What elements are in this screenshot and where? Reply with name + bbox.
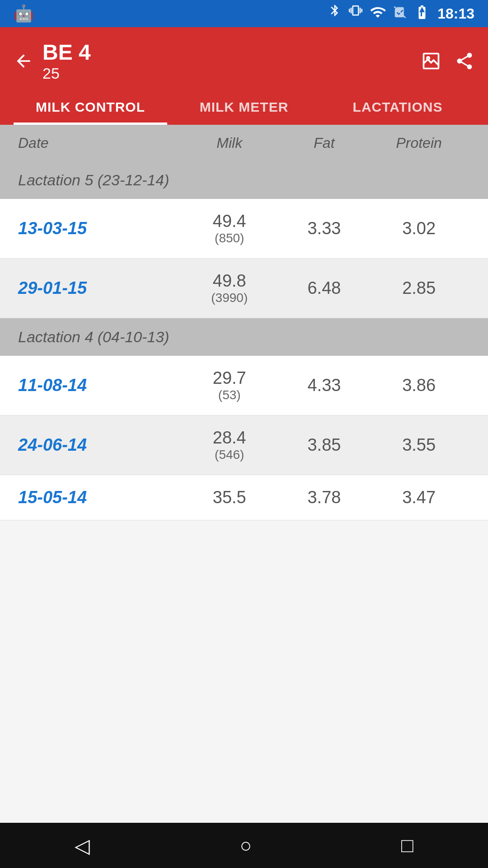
- row-fat: 6.48: [281, 278, 368, 298]
- app-title: BE 4: [42, 40, 91, 65]
- row-milk-sub: (850): [215, 231, 244, 245]
- nav-back-button[interactable]: ◁: [75, 834, 90, 857]
- row-milk-value: 28.4: [213, 428, 246, 448]
- row-protein: 3.55: [368, 435, 470, 455]
- row-fat: 3.78: [281, 488, 368, 507]
- row-milk-value: 49.8: [213, 271, 246, 291]
- col-header-milk: Milk: [178, 135, 281, 151]
- app-header: BE 4 25 MILK CONTROL MILK: [0, 27, 488, 125]
- lactation-header-text-0: Lactation 5 (23-12-14): [18, 171, 169, 189]
- lactation-header-text-1: Lactation 4 (04-10-13): [18, 328, 169, 345]
- wifi-icon: [370, 4, 386, 24]
- lactation-header-0: Lactation 5 (23-12-14): [0, 161, 488, 199]
- row-milk-sub: (53): [218, 388, 241, 402]
- vibrate-icon: [349, 4, 362, 24]
- header-left: BE 4 25: [14, 40, 91, 82]
- nosim-icon: [393, 4, 407, 24]
- status-bar-right: 18:13: [328, 4, 474, 24]
- row-milk: 28.4 (546): [178, 428, 281, 462]
- row-milk: 49.8 (3990): [178, 271, 281, 305]
- row-protein: 3.02: [368, 219, 470, 238]
- row-fat: 4.33: [281, 376, 368, 395]
- row-date: 15-05-14: [18, 488, 178, 507]
- tabs: MILK CONTROL MILK METER LACTATIONS: [14, 90, 474, 125]
- row-protein: 3.47: [368, 488, 470, 507]
- nav-recent-button[interactable]: □: [401, 834, 413, 857]
- back-button[interactable]: [14, 51, 33, 71]
- row-milk: 29.7 (53): [178, 368, 281, 402]
- row-milk-value: 49.4: [213, 212, 246, 231]
- column-headers: Date Milk Fat Protein: [0, 125, 488, 161]
- status-bar-left: 🤖: [14, 4, 34, 23]
- content-area: Lactation 5 (23-12-14) 13-03-15 49.4 (85…: [0, 161, 488, 520]
- row-date: 11-08-14: [18, 376, 178, 395]
- col-header-protein: Protein: [368, 135, 470, 151]
- table-row[interactable]: 24-06-14 28.4 (546) 3.85 3.55: [0, 415, 488, 475]
- image-button[interactable]: [421, 51, 441, 71]
- row-milk-sub: (546): [215, 448, 244, 462]
- tab-milk-meter[interactable]: MILK METER: [167, 90, 321, 125]
- row-milk-value: 29.7: [213, 368, 246, 388]
- lactation-header-1: Lactation 4 (04-10-13): [0, 318, 488, 356]
- col-header-date: Date: [18, 135, 178, 151]
- row-milk: 49.4 (850): [178, 212, 281, 245]
- table-row[interactable]: 11-08-14 29.7 (53) 4.33 3.86: [0, 356, 488, 415]
- nav-bar: ◁ ○ □: [0, 823, 488, 868]
- row-date: 13-03-15: [18, 219, 178, 238]
- table-row[interactable]: 29-01-15 49.8 (3990) 6.48 2.85: [0, 259, 488, 318]
- header-top: BE 4 25: [14, 40, 474, 82]
- app-subtitle: 25: [42, 65, 91, 82]
- row-date: 29-01-15: [18, 278, 178, 298]
- row-milk-value: 35.5: [213, 488, 246, 507]
- svg-point-2: [427, 57, 430, 59]
- tab-milk-control[interactable]: MILK CONTROL: [14, 90, 167, 125]
- row-milk: 35.5: [178, 488, 281, 507]
- row-fat: 3.33: [281, 219, 368, 238]
- bluetooth-icon: [328, 4, 342, 24]
- row-fat: 3.85: [281, 435, 368, 455]
- row-protein: 3.86: [368, 376, 470, 395]
- title-block: BE 4 25: [42, 40, 91, 82]
- row-milk-sub: (3990): [211, 291, 248, 305]
- table-row[interactable]: 15-05-14 35.5 3.78 3.47: [0, 475, 488, 520]
- status-time: 18:13: [437, 5, 474, 22]
- status-bar: 🤖: [0, 0, 488, 27]
- nav-home-button[interactable]: ○: [239, 834, 252, 857]
- table-row[interactable]: 13-03-15 49.4 (850) 3.33 3.02: [0, 199, 488, 259]
- row-date: 24-06-14: [18, 435, 178, 455]
- header-actions: [421, 51, 474, 71]
- share-button[interactable]: [455, 51, 474, 71]
- col-header-fat: Fat: [281, 135, 368, 151]
- tab-lactations[interactable]: LACTATIONS: [321, 90, 474, 125]
- row-protein: 2.85: [368, 278, 470, 298]
- robot-icon: 🤖: [14, 4, 34, 23]
- battery-icon: [414, 4, 430, 24]
